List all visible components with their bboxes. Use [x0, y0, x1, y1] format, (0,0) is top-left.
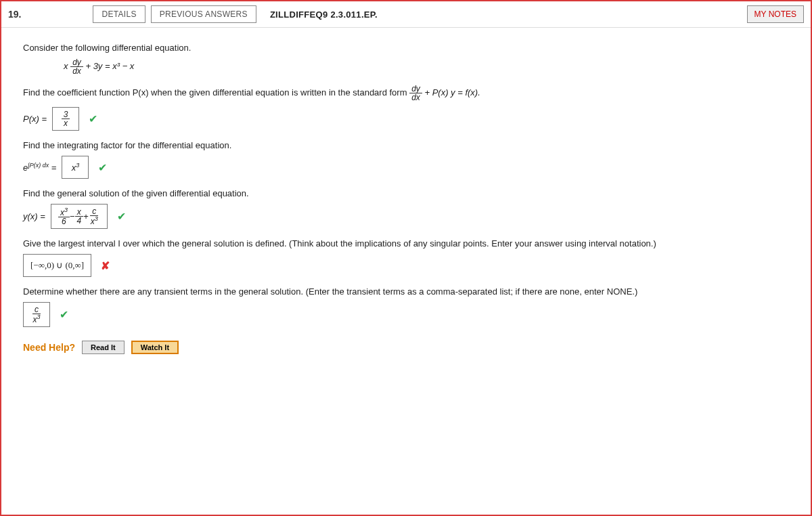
previous-answers-button[interactable]: PREVIOUS ANSWERS — [151, 5, 256, 23]
details-button[interactable]: DETAILS — [93, 5, 145, 23]
prompt-coefficient: Find the coefficient function P(x) when … — [23, 85, 789, 102]
y-label: y(x) = — [23, 211, 45, 221]
interval-answer-box[interactable]: [−∞,0) ∪ (0,∞] — [23, 254, 91, 277]
prompt-integrating-factor: Find the integrating factor for the diff… — [23, 140, 789, 150]
px-label: P(x) = — [23, 114, 47, 124]
question-header: 19. DETAILS PREVIOUS ANSWERS ZILLDIFFEQ9… — [1, 1, 811, 28]
if-answer-box[interactable]: x3 — [62, 156, 89, 179]
cross-icon: ✘ — [101, 259, 110, 272]
need-help-label: Need Help? — [23, 342, 75, 353]
answer-y: y(x) = x3 6 − x 4 + c x3 ✔ — [23, 204, 789, 229]
check-icon: ✔ — [89, 112, 97, 125]
differential-equation: x dy dx + 3y = x³ − x — [64, 58, 789, 75]
if-label: e∫P(x) dx = — [23, 162, 56, 173]
prompt-transient: Determine whether there are any transien… — [23, 286, 789, 297]
question-number: 19. — [8, 9, 28, 20]
check-icon: ✔ — [60, 308, 68, 321]
question-container: 19. DETAILS PREVIOUS ANSWERS ZILLDIFFEQ9… — [0, 0, 812, 516]
transient-answer-box[interactable]: c x3 — [23, 302, 50, 327]
intro-text: Consider the following differential equa… — [23, 43, 789, 53]
prompt-general-solution: Find the general solution of the given d… — [23, 188, 789, 198]
question-content: Consider the following differential equa… — [1, 28, 811, 365]
watch-it-button[interactable]: Watch It — [131, 341, 179, 354]
answer-interval: [−∞,0) ∪ (0,∞] ✘ — [23, 254, 789, 277]
need-help-row: Need Help? Read It Watch It — [23, 341, 789, 354]
answer-if: e∫P(x) dx = x3 ✔ — [23, 156, 789, 179]
my-notes-button[interactable]: MY NOTES — [747, 5, 804, 23]
source-label: ZILLDIFFEQ9 2.3.011.EP. — [270, 9, 378, 20]
px-answer-box[interactable]: 3 x — [52, 107, 79, 131]
check-icon: ✔ — [98, 161, 107, 174]
prompt-interval: Give the largest interval I over which t… — [23, 238, 789, 249]
answer-transient: c x3 ✔ — [23, 302, 789, 327]
check-icon: ✔ — [117, 210, 126, 223]
read-it-button[interactable]: Read It — [82, 341, 125, 354]
answer-px: P(x) = 3 x ✔ — [23, 107, 789, 131]
y-answer-box[interactable]: x3 6 − x 4 + c x3 — [51, 204, 108, 229]
